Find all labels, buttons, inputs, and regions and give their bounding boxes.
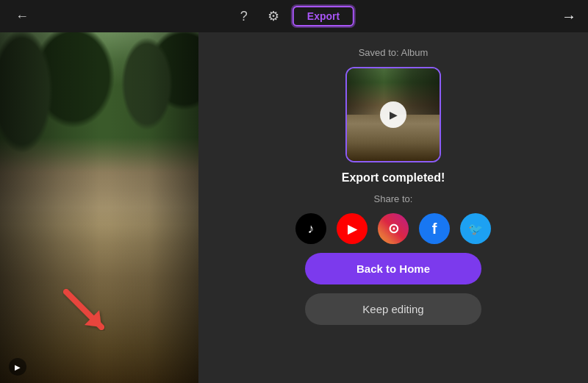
- video-preview[interactable]: ▶: [0, 32, 198, 383]
- help-button[interactable]: ?: [234, 6, 254, 26]
- video-thumbnail[interactable]: ▶: [345, 67, 441, 162]
- red-arrow-icon: [59, 284, 110, 336]
- share-to-label: Share to:: [374, 193, 413, 204]
- twitter-icon: 🐦: [468, 222, 483, 236]
- back-button[interactable]: ←: [12, 6, 32, 26]
- tiktok-icon: ♪: [308, 221, 315, 237]
- back-to-home-button[interactable]: Back to Home: [305, 253, 481, 284]
- share-row: ♪ ▶ ⊙ f 🐦: [295, 213, 491, 244]
- header: ← ? ⚙ Export →: [0, 0, 588, 32]
- thumbnail-play-button[interactable]: ▶: [380, 101, 406, 128]
- instagram-icon: ⊙: [388, 221, 399, 237]
- settings-button[interactable]: ⚙: [263, 6, 284, 26]
- header-right: →: [562, 8, 576, 25]
- thumbnail-play-icon: ▶: [390, 109, 398, 121]
- export-button[interactable]: Export: [293, 6, 354, 26]
- header-center: ? ⚙ Export: [234, 6, 354, 26]
- tiktok-share-button[interactable]: ♪: [295, 213, 326, 244]
- youtube-share-button[interactable]: ▶: [337, 213, 368, 244]
- play-icon: ▶: [15, 363, 21, 371]
- saved-to-label: Saved to: Album: [359, 47, 429, 58]
- play-button[interactable]: ▶: [9, 358, 26, 376]
- facebook-share-button[interactable]: f: [419, 213, 450, 244]
- instagram-share-button[interactable]: ⊙: [378, 213, 409, 244]
- youtube-icon: ▶: [348, 222, 356, 236]
- arrow-overlay: [59, 284, 110, 339]
- export-completed-label: Export completed!: [342, 171, 445, 185]
- header-left: ←: [12, 6, 32, 26]
- twitter-share-button[interactable]: 🐦: [460, 213, 491, 244]
- keep-editing-button[interactable]: Keep editing: [305, 293, 481, 325]
- right-panel: Saved to: Album ▶ Export completed! Shar…: [198, 32, 588, 383]
- facebook-icon: f: [432, 221, 437, 237]
- video-panel: ▶: [0, 32, 198, 383]
- main-content: ▶ Saved to: Album ▶ Export completed! Sh…: [0, 32, 588, 383]
- forward-arrow-icon: →: [562, 8, 576, 25]
